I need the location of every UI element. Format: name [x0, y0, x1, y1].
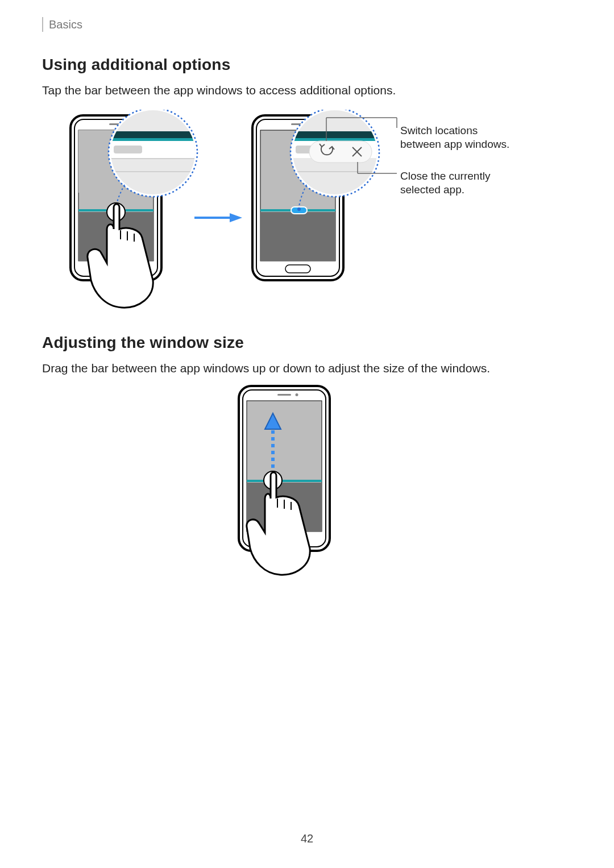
svg-rect-12	[109, 131, 197, 138]
callout-close-app: Close the currently selected app.	[400, 169, 520, 197]
breadcrumb-label: Basics	[49, 18, 82, 31]
svg-rect-17	[109, 171, 197, 172]
breadcrumb: Basics	[42, 17, 572, 32]
svg-rect-50	[277, 394, 291, 396]
figure-adjust-window-size	[216, 384, 398, 577]
svg-marker-21	[230, 213, 242, 222]
svg-rect-15	[114, 146, 142, 153]
breadcrumb-divider	[42, 17, 43, 32]
section-body-additional-options: Tap the bar between the app windows to a…	[42, 82, 572, 98]
svg-rect-41	[291, 171, 379, 172]
svg-rect-38	[309, 141, 372, 163]
svg-rect-30	[285, 265, 310, 273]
svg-rect-34	[291, 131, 379, 138]
section-heading-window-size: Adjusting the window size	[42, 334, 572, 352]
page-number: 42	[0, 832, 614, 845]
svg-rect-16	[109, 158, 197, 159]
section-body-window-size: Drag the bar between the app windows up …	[42, 360, 572, 376]
svg-rect-13	[109, 138, 197, 141]
figure-additional-options: Switch locations between app windows. Cl…	[42, 110, 565, 320]
section-heading-additional-options: Using additional options	[42, 56, 572, 74]
svg-rect-53	[247, 480, 322, 482]
svg-point-42	[297, 207, 301, 211]
svg-rect-35	[291, 138, 379, 141]
arrow-right-icon	[194, 213, 242, 222]
figure-adjust-window-size-svg	[216, 384, 398, 577]
callout-switch-windows: Switch locations between app windows.	[400, 124, 520, 151]
svg-point-51	[296, 393, 298, 396]
manual-page: Basics Using additional options Tap the …	[0, 0, 614, 868]
svg-rect-28	[260, 212, 335, 261]
